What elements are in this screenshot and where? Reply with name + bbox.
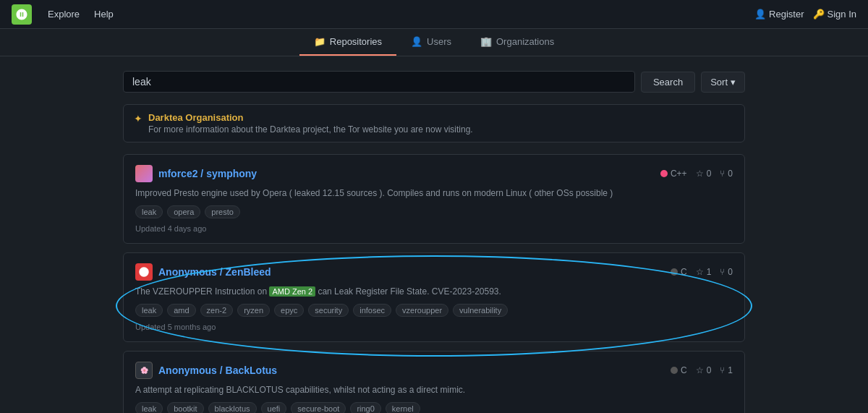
tag-item[interactable]: secure-boot [291,402,346,413]
top-navigation: Explore Help 👤 Register 🔑 Sign In [0,0,868,29]
explore-link[interactable]: Explore [41,3,87,25]
repo-tags: leakbootkitblacklotusuefisecure-bootring… [135,402,733,413]
chevron-down-icon: ▾ [731,77,736,88]
repo-tags: leakoperapresto [135,205,733,218]
repo-link[interactable]: Anonymous / ZenBleed [158,266,271,278]
tab-users[interactable]: 👤 Users [396,29,466,56]
avatar [135,263,153,281]
user-tab-icon: 👤 [411,36,422,47]
search-input[interactable] [123,71,635,93]
language-dot [671,268,678,276]
repo-title-area: 🌸 Anonymous / BackLotus [135,362,277,379]
tag-item[interactable]: leak [135,402,163,413]
fork-icon: ⑂ [720,365,725,375]
org-notice: ✦ Darktea Organisation For more informat… [123,104,745,142]
tag-item[interactable]: amd [167,304,195,317]
repo-tags: leakamdzen-2ryzenepycsecurityinfosecvzer… [135,304,733,317]
language-item: C [671,267,687,277]
tag-item[interactable]: presto [205,205,240,218]
language-item: C [671,365,687,375]
tag-item[interactable]: epyc [274,304,304,317]
fork-icon: ⑂ [720,169,725,179]
logo-icon [15,8,28,21]
repo-description: Improved Presto engine used by Opera ( l… [135,187,733,200]
signin-link[interactable]: 🔑 Sign In [813,9,856,20]
tag-item[interactable]: vzeroupper [396,304,448,317]
language-dot [660,170,668,177]
avatar [135,165,153,182]
site-logo[interactable] [12,4,32,25]
tag-item[interactable]: security [308,304,349,317]
tag-item[interactable]: leak [135,304,163,317]
repo-meta: C++ ☆ 0 ⑂ 0 [660,169,733,179]
repo-link[interactable]: mforce2 / symphony [158,168,257,179]
tag-item[interactable]: ring0 [350,402,380,413]
forks-item: ⑂ 0 [720,169,733,179]
tag-item[interactable]: ryzen [237,304,270,317]
register-link[interactable]: 👤 Register [754,9,804,20]
repo-list: mforce2 / symphony C++ ☆ 0 ⑂ 0 [123,154,745,413]
tag-item[interactable]: leak [135,205,163,218]
tag-item[interactable]: zen-2 [200,304,234,317]
help-link[interactable]: Help [87,3,121,25]
repo-card: 🌸 Anonymous / BackLotus C ☆ 0 ⑂ [123,351,745,413]
org-notice-text: For more information about the Darktea p… [148,124,473,135]
language-item: C++ [660,169,687,179]
forks-item: ⑂ 0 [720,267,733,277]
repo-updated: Updated 4 days ago [135,224,733,233]
org-notice-icon: ✦ [134,113,142,124]
stars-item: ☆ 1 [696,267,712,277]
star-icon: ☆ [696,267,704,277]
repo-updated: Updated 5 months ago [135,323,733,331]
fork-icon: ⑂ [720,267,725,277]
repo-card: mforce2 / symphony C++ ☆ 0 ⑂ 0 [123,154,745,244]
org-tab-icon: 🏢 [480,36,492,47]
tab-bar: 📁 Repositories 👤 Users 🏢 Organizations [0,29,868,56]
repo-card: Anonymous / ZenBleed C ☆ 1 ⑂ 0 [123,252,745,342]
tag-item[interactable]: kernel [386,402,420,413]
tab-repositories[interactable]: 📁 Repositories [299,29,396,56]
tag-item[interactable]: blacklotus [208,402,257,413]
org-notice-title[interactable]: Darktea Organisation [148,112,473,123]
language-dot [671,367,678,374]
sort-button[interactable]: Sort ▾ [701,72,745,93]
repo-link[interactable]: Anonymous / BackLotus [158,365,277,376]
tab-organizations[interactable]: 🏢 Organizations [466,29,569,56]
stars-item: ☆ 0 [696,169,712,179]
search-button[interactable]: Search [641,72,695,93]
highlight-text: AMD Zen 2 [269,286,315,297]
search-area: Search Sort ▾ [109,71,760,93]
repo-title-area: Anonymous / ZenBleed [135,263,271,281]
stars-item: ☆ 0 [696,365,712,375]
repo-icon: 📁 [314,36,326,47]
repo-description: A attempt at replicating BLACKLOTUS capa… [135,383,733,396]
nav-right-area: 👤 Register 🔑 Sign In [754,9,856,20]
tag-item[interactable]: uefi [261,402,287,413]
forks-item: ⑂ 1 [720,365,733,375]
main-content: ✦ Darktea Organisation For more informat… [109,104,760,413]
user-icon: 👤 [754,9,766,20]
repo-meta: C ☆ 1 ⑂ 0 [671,267,733,277]
org-notice-body: Darktea Organisation For more informatio… [148,112,473,135]
repo-header: 🌸 Anonymous / BackLotus C ☆ 0 ⑂ [135,362,733,379]
tag-item[interactable]: vulnerability [453,304,508,317]
repo-header: Anonymous / ZenBleed C ☆ 1 ⑂ 0 [135,263,733,281]
tag-item[interactable]: infosec [353,304,391,317]
avatar: 🌸 [135,362,153,379]
star-icon: ☆ [696,365,704,375]
repo-meta: C ☆ 0 ⑂ 1 [671,365,733,375]
tag-item[interactable]: opera [167,205,200,218]
star-icon: ☆ [696,169,704,179]
repo-title-area: mforce2 / symphony [135,165,257,182]
repo-description: The VZEROUPPER Instruction on AMD Zen 2 … [135,285,733,298]
tag-item[interactable]: bootkit [167,402,203,413]
signin-icon: 🔑 [813,9,825,20]
repo-header: mforce2 / symphony C++ ☆ 0 ⑂ 0 [135,165,733,182]
